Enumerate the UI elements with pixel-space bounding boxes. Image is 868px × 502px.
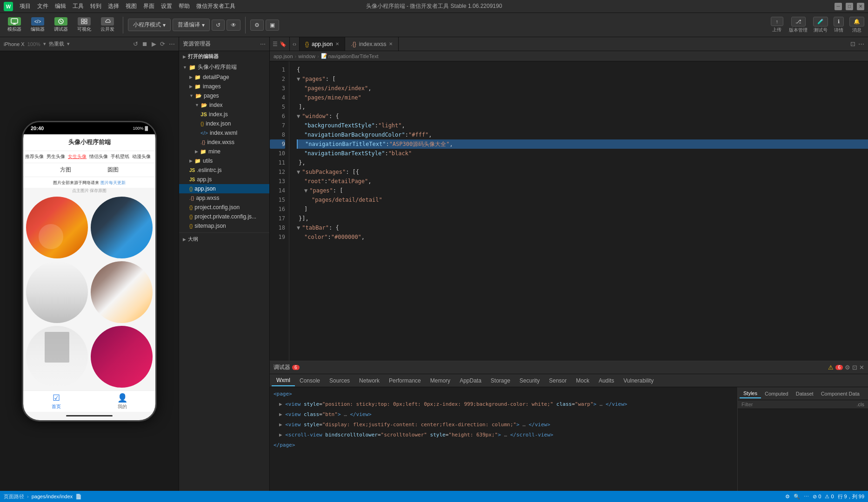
toolbar-debugger[interactable]: 调试器 (50, 15, 72, 34)
tree-item-mine[interactable]: ▶ 📁 mine (179, 147, 269, 156)
html-node-view1[interactable]: ▶ <view style="position: sticky;top: 0px… (270, 399, 737, 410)
cat-wallpaper[interactable]: 手机壁纸 (111, 154, 129, 160)
hotreload-label[interactable]: 热重载 (49, 40, 64, 47)
menu-devtools[interactable]: 微信开发者工具 (196, 2, 235, 10)
menu-view[interactable]: 视图 (126, 2, 137, 10)
tab-appjson-close[interactable]: ✕ (335, 41, 339, 46)
device-selector[interactable]: iPhone X (4, 41, 25, 47)
maximize-button[interactable]: □ (846, 3, 853, 10)
shape-circle[interactable]: 圆图 (107, 166, 119, 174)
devtools-tab-storage[interactable]: Storage (486, 376, 515, 386)
html-node-scroll[interactable]: ▶ <scroll-view bindscrolltolower="scroll… (270, 430, 737, 440)
tree-item-appjs[interactable]: JS app.js (179, 175, 269, 184)
statusbar-more-icon[interactable]: ⋯ (804, 494, 809, 500)
toolbar-visual[interactable]: 可视化 (73, 15, 95, 34)
devtools-tab-security[interactable]: Security (515, 376, 544, 386)
tree-item-index-json[interactable]: {} index.json (179, 119, 269, 128)
cat-male[interactable]: 男生头像 (47, 154, 65, 160)
upload-button[interactable]: ↑ (771, 17, 784, 26)
qrcode-button[interactable]: ▣ (266, 20, 279, 31)
outline-section[interactable]: ▶ 大纲 (179, 232, 269, 244)
devtools-tab-network[interactable]: Network (354, 376, 384, 386)
sim-more-button[interactable]: ⋯ (169, 40, 175, 47)
devtools-tab-appdata[interactable]: AppData (455, 376, 486, 386)
update-link[interactable]: 图片每天更新 (100, 180, 126, 185)
html-node-view3[interactable]: ▶ <view style="display: flex;justify-con… (270, 420, 737, 430)
menu-project[interactable]: 项目 (20, 2, 31, 10)
statusbar-inspect-icon[interactable]: 🔍 (794, 494, 800, 500)
tree-item-index-wxss[interactable]: .{} index.wxss (179, 138, 269, 147)
tree-item-index-folder[interactable]: ▼ 📂 index (179, 100, 269, 110)
editor-tab-sidebar-toggle[interactable]: ☰ 🔖 (270, 37, 290, 51)
detail-button[interactable]: ℹ (834, 17, 844, 26)
message-button[interactable]: 🔔 (849, 17, 864, 26)
editor-tab-indexwxss[interactable]: .{} index.wxss ✕ (345, 37, 399, 51)
devtools-tab-audits[interactable]: Audits (594, 376, 619, 386)
shape-square[interactable]: 方图 (60, 166, 71, 174)
photo-cell-3[interactable] (26, 261, 88, 323)
menu-edit[interactable]: 编辑 (55, 2, 66, 10)
project-root[interactable]: ▼ 📁 头像小程序前端 (179, 62, 269, 73)
cat-recommend[interactable]: 推荐头像 (25, 154, 44, 160)
tab-home[interactable]: ☑ 首页 (23, 391, 89, 412)
cat-female[interactable]: 女生头像 (68, 154, 87, 160)
tab-indexwxss-close[interactable]: ✕ (389, 41, 393, 46)
mode-dropdown[interactable]: 小程序模式 ▾ (128, 19, 171, 31)
devtools-tab-sources[interactable]: Sources (325, 376, 354, 386)
photo-cell-1[interactable] (26, 197, 88, 258)
sim-forward-button[interactable]: ▶ (152, 40, 156, 47)
tab-mine[interactable]: 👤 我的 (89, 391, 155, 412)
tree-item-pages[interactable]: ▼ 📂 pages (179, 91, 269, 100)
breadcrumb-appjson[interactable]: app.json (274, 53, 293, 59)
compile-dropdown[interactable]: 普通编译 ▾ (173, 19, 210, 31)
devtools-tab-wxml[interactable]: Wxml (272, 375, 295, 386)
tree-item-eslintrc[interactable]: JS .eslintrc.js (179, 165, 269, 175)
filetree-more[interactable]: ⋯ (260, 41, 266, 47)
sim-rotate-button[interactable]: ⟳ (160, 40, 165, 47)
hotreload-arrow[interactable]: ▾ (67, 41, 70, 47)
refresh-button[interactable]: ↺ (212, 20, 225, 31)
html-node-page[interactable]: <page> (270, 389, 737, 399)
toolbar-devcloud[interactable]: 云开发 (97, 15, 118, 34)
devtools-tab-console[interactable]: Console (295, 376, 325, 386)
settings-button[interactable]: ⚙ (250, 20, 264, 31)
tree-item-projectprivate[interactable]: {} project.private.config.js... (179, 212, 269, 221)
styles-tab-componentdata[interactable]: Component Data (817, 390, 863, 398)
styles-tab-computed[interactable]: Computed (761, 390, 792, 398)
scale-selector[interactable]: ▾ (43, 41, 46, 47)
editor-more-button[interactable]: ⋯ (858, 40, 864, 47)
toolbar-editor[interactable]: </> 编辑器 (27, 15, 48, 34)
photo-cell-2[interactable] (91, 197, 153, 258)
devtools-tab-mock[interactable]: Mock (571, 376, 594, 386)
app-screen[interactable]: 推荐头像 男生头像 女生头像 情侣头像 手机壁纸 动漫头像 方图 圆图 (23, 151, 155, 390)
breadcrumb-navtitle[interactable]: 📝 navigationBarTitleText (321, 53, 379, 59)
breadcrumb-window[interactable]: window (298, 53, 315, 59)
html-node-page-close[interactable]: </page> (270, 440, 737, 450)
menu-file[interactable]: 文件 (37, 2, 48, 10)
version-mgr-button[interactable]: ⎇ (791, 17, 806, 26)
styles-tab-styles[interactable]: Styles (740, 389, 761, 398)
statusbar-settings-icon[interactable]: ⚙ (785, 494, 790, 500)
menu-interface[interactable]: 界面 (143, 2, 154, 10)
tree-item-appjson[interactable]: {} app.json (179, 184, 269, 193)
filter-cls-button[interactable]: .cls (857, 402, 865, 407)
cat-couple[interactable]: 情侣头像 (89, 154, 108, 160)
sim-stop-button[interactable]: ⏹ (142, 40, 148, 47)
devtools-tab-vulnerability[interactable]: Vulnerability (619, 376, 658, 386)
tree-item-index-js[interactable]: JS index.js (179, 110, 269, 119)
split-editor-button[interactable]: ⊡ (850, 40, 855, 47)
statusbar-page-path[interactable]: pages/index/index (32, 494, 73, 499)
menu-goto[interactable]: 转到 (90, 2, 101, 10)
devtools-tab-sensor[interactable]: Sensor (544, 376, 571, 386)
toolbar-simulator[interactable]: 模拟器 (4, 15, 25, 34)
devtools-settings-icon[interactable]: ⚙ (845, 364, 850, 371)
open-editors-header[interactable]: ▶ 打开的编辑器 (179, 51, 269, 62)
cat-anime[interactable]: 动漫头像 (132, 154, 151, 160)
styles-filter-input[interactable] (741, 402, 855, 407)
tree-item-utils[interactable]: ▶ 📁 utils (179, 156, 269, 165)
tree-item-sitemap[interactable]: {} sitemap.json (179, 221, 269, 231)
close-button[interactable]: ✕ (857, 3, 864, 10)
photo-cell-6[interactable] (91, 326, 153, 388)
sim-back-button[interactable]: ↺ (133, 40, 138, 47)
devtools-dock-icon[interactable]: ⊡ (852, 364, 857, 371)
